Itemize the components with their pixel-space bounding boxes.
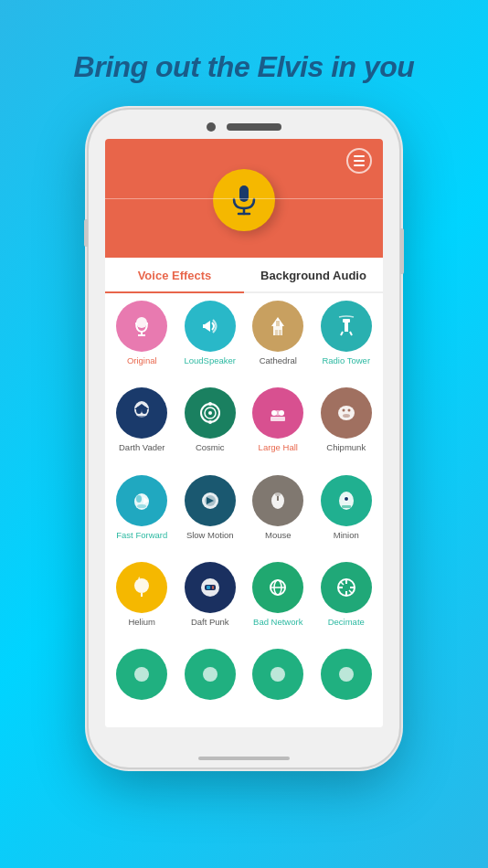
effect-item-helium[interactable]: Helium <box>111 562 174 643</box>
svg-point-23 <box>208 411 212 415</box>
effects-grid: Original LoudSpeaker Cathedral Radio Tow… <box>105 293 383 727</box>
effect-label-loudspeaker: LoudSpeaker <box>184 355 236 365</box>
svg-rect-10 <box>275 330 278 335</box>
effect-circle-slow-motion <box>185 475 236 526</box>
speaker-bar <box>227 123 281 131</box>
svg-point-24 <box>208 402 212 406</box>
effect-item-slow-motion[interactable]: Slow Motion <box>179 475 242 556</box>
menu-line-1 <box>354 155 365 157</box>
effect-circle-large-hall <box>252 387 303 439</box>
svg-rect-50 <box>342 505 351 508</box>
effect-label-minion: Minion <box>334 530 359 540</box>
effect-item-bad-network[interactable]: Bad Network <box>247 562 310 643</box>
svg-point-30 <box>338 406 355 420</box>
effect-circle-chipmunk <box>321 387 372 439</box>
mic-button[interactable] <box>213 169 275 231</box>
effect-item-effect20[interactable] <box>315 649 378 720</box>
effect-item-decimate[interactable]: Decimate <box>315 562 378 643</box>
menu-button[interactable] <box>346 148 372 174</box>
menu-line-2 <box>354 160 365 162</box>
svg-point-25 <box>208 420 212 424</box>
effect-circle-loudspeaker <box>185 301 236 352</box>
tab-background-audio[interactable]: Background Audio <box>244 258 383 291</box>
effect-label-mouse: Mouse <box>265 530 292 540</box>
svg-rect-6 <box>203 324 207 328</box>
svg-point-51 <box>134 578 149 593</box>
waveform-line <box>105 198 383 199</box>
effect-label-chipmunk: Chipmunk <box>326 442 366 452</box>
svg-rect-29 <box>271 417 285 421</box>
svg-point-35 <box>347 409 350 412</box>
effect-item-effect17[interactable] <box>111 649 174 720</box>
effect-item-darth-vader[interactable]: Darth Vader <box>111 387 174 469</box>
effect-item-radio-tower[interactable]: Radio Tower <box>315 301 378 382</box>
svg-rect-20 <box>138 416 145 418</box>
effect-item-mouse[interactable]: Mouse <box>247 475 310 556</box>
effect-item-loudspeaker[interactable]: LoudSpeaker <box>179 301 242 382</box>
svg-point-70 <box>339 667 354 682</box>
svg-line-65 <box>341 582 344 585</box>
svg-point-19 <box>142 407 147 414</box>
effect-circle-effect17 <box>116 649 167 700</box>
svg-point-3 <box>136 317 147 328</box>
effect-item-cosmic[interactable]: Cosmic <box>179 387 242 469</box>
svg-rect-0 <box>239 185 249 202</box>
svg-point-49 <box>345 497 348 501</box>
effect-circle-fast-forward <box>116 475 167 526</box>
effect-circle-radio-tower <box>321 301 372 352</box>
svg-point-18 <box>136 407 142 414</box>
effect-item-cathedral[interactable]: Cathedral <box>247 301 310 382</box>
svg-rect-13 <box>343 319 350 323</box>
effect-item-effect19[interactable] <box>247 649 310 720</box>
effect-label-cathedral: Cathedral <box>260 355 297 365</box>
tabs-bar: Voice Effects Background Audio <box>105 258 383 293</box>
svg-rect-11 <box>279 330 281 335</box>
effect-circle-cathedral <box>252 301 303 352</box>
svg-line-14 <box>341 332 343 335</box>
camera-dot <box>207 122 216 132</box>
effect-circle-bad-network <box>252 562 303 613</box>
volume-button <box>84 219 88 247</box>
effect-item-original[interactable]: Original <box>111 301 174 382</box>
svg-line-66 <box>349 590 352 593</box>
svg-point-33 <box>343 414 350 418</box>
effect-item-large-hall[interactable]: Large Hall <box>247 387 310 469</box>
effect-circle-effect19 <box>252 649 303 700</box>
svg-rect-9 <box>276 321 280 326</box>
effect-item-minion[interactable]: Minion <box>315 475 378 556</box>
power-button <box>400 228 404 274</box>
effect-label-helium: Helium <box>128 617 155 627</box>
effect-label-radio-tower: Radio Tower <box>322 355 370 365</box>
svg-point-67 <box>134 667 149 682</box>
effect-circle-cosmic <box>185 387 236 439</box>
svg-point-69 <box>271 667 285 682</box>
effect-circle-daft-punk <box>185 562 236 613</box>
svg-point-39 <box>137 504 146 508</box>
effect-item-chipmunk[interactable]: Chipmunk <box>315 387 378 469</box>
svg-point-37 <box>136 495 142 503</box>
effect-item-fast-forward[interactable]: Fast Forward <box>111 475 174 556</box>
effect-label-large-hall: Large Hall <box>259 442 298 452</box>
effect-label-fast-forward: Fast Forward <box>116 530 167 540</box>
effect-item-effect18[interactable] <box>179 649 242 720</box>
menu-line-3 <box>354 164 365 166</box>
effect-label-original: Original <box>127 355 157 365</box>
effect-circle-decimate <box>321 562 372 613</box>
svg-line-15 <box>350 332 352 335</box>
effect-circle-effect18 <box>185 649 236 700</box>
svg-point-68 <box>203 667 217 682</box>
effect-circle-effect20 <box>321 649 372 700</box>
effect-item-daft-punk[interactable]: Daft Punk <box>179 562 242 643</box>
page-headline: Bring out the Elvis in you <box>74 50 415 84</box>
svg-point-45 <box>275 492 281 496</box>
svg-point-34 <box>342 409 345 412</box>
app-header <box>105 139 383 258</box>
phone-mockup: Voice Effects Background Audio Original … <box>89 110 399 767</box>
svg-point-28 <box>275 410 281 416</box>
home-indicator <box>198 757 290 760</box>
effect-circle-minion <box>321 475 372 526</box>
effect-circle-original <box>116 301 167 352</box>
phone-screen: Voice Effects Background Audio Original … <box>105 139 383 727</box>
tab-voice-effects[interactable]: Voice Effects <box>105 258 244 293</box>
effect-circle-darth-vader <box>116 387 167 439</box>
